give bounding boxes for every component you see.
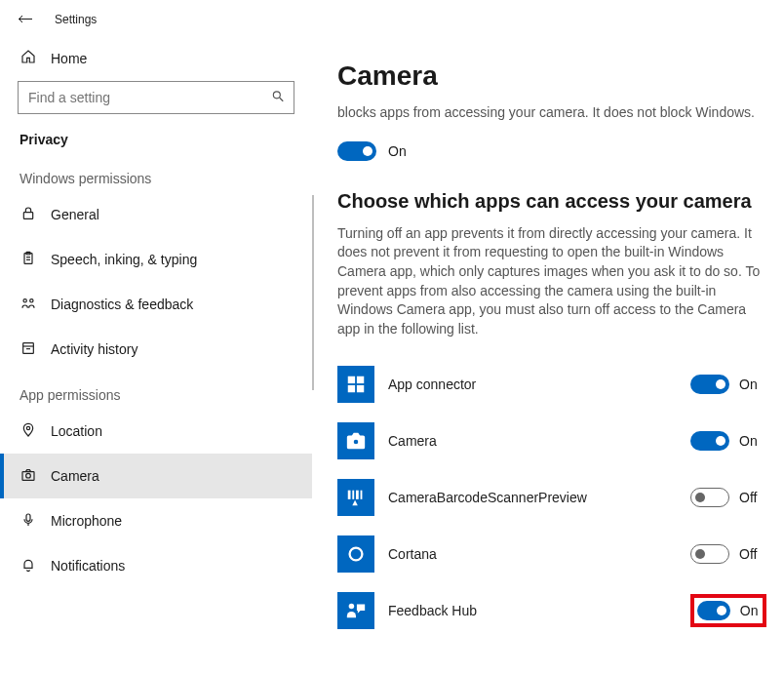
svg-rect-15 <box>26 514 30 521</box>
sidebar-item-speech[interactable]: Speech, inking, & typing <box>0 237 312 282</box>
app-list: App connectorOnCameraOnCameraBarcodeScan… <box>337 356 766 639</box>
sidebar-item-diagnostics[interactable]: Diagnostics & feedback <box>0 282 312 327</box>
app-row: Feedback HubOn <box>337 582 766 639</box>
search-input[interactable] <box>18 81 294 114</box>
app-toggle[interactable] <box>697 601 730 620</box>
sidebar-item-label: Speech, inking, & typing <box>51 252 197 267</box>
app-toggle-wrap: On <box>690 594 766 627</box>
sidebar-item-label: Activity history <box>51 341 137 357</box>
feedback-icon <box>20 296 37 314</box>
sidebar-item-camera[interactable]: Camera <box>0 454 312 498</box>
page-title: Camera <box>337 60 766 92</box>
svg-rect-24 <box>352 491 354 499</box>
sidebar-item-label: General <box>51 207 99 222</box>
svg-rect-20 <box>357 385 364 392</box>
master-toggle[interactable] <box>337 141 376 161</box>
app-name-label: Camera <box>388 433 677 449</box>
page-description: blocks apps from accessing your camera. … <box>337 103 757 122</box>
app-toggle[interactable] <box>690 488 729 507</box>
app-name-label: App connector <box>388 377 677 392</box>
lock-icon <box>20 206 37 224</box>
app-toggle[interactable] <box>690 431 729 451</box>
camera-icon <box>20 467 37 486</box>
back-icon[interactable]: 🡐 <box>18 11 33 28</box>
location-icon <box>20 422 37 441</box>
svg-rect-17 <box>348 377 355 383</box>
app-toggle-wrap: On <box>690 431 766 451</box>
sidebar-item-notifications[interactable]: Notifications <box>0 543 312 588</box>
svg-rect-18 <box>357 377 364 383</box>
app-toggle-wrap: Off <box>690 488 766 507</box>
titlebar: 🡐 Settings <box>0 0 784 39</box>
sidebar-item-microphone[interactable]: Microphone <box>0 498 312 543</box>
svg-point-27 <box>350 548 363 561</box>
nav-home-label: Home <box>51 51 87 66</box>
svg-rect-9 <box>23 342 34 353</box>
svg-point-14 <box>26 473 31 478</box>
sidebar-item-label: Notifications <box>51 558 125 574</box>
app-toggle-state: On <box>739 433 763 449</box>
sidebar-item-label: Location <box>51 423 102 439</box>
app-name-label: CameraBarcodeScannerPreview <box>388 490 677 505</box>
sidebar-item-label: Microphone <box>51 513 122 529</box>
app-row: CortanaOff <box>337 526 766 582</box>
app-icon <box>337 422 374 459</box>
main-content: Camera blocks apps from accessing your c… <box>312 39 784 674</box>
app-toggle-state: On <box>739 377 763 392</box>
svg-rect-26 <box>361 491 363 499</box>
app-icon <box>337 592 374 629</box>
app-icon <box>337 479 374 516</box>
app-toggle-state: On <box>740 603 760 618</box>
sidebar-item-label: Diagnostics & feedback <box>51 297 193 312</box>
sidebar-item-activity[interactable]: Activity history <box>0 327 312 372</box>
svg-rect-25 <box>356 491 359 499</box>
svg-point-8 <box>30 298 33 301</box>
svg-point-28 <box>349 604 355 610</box>
app-row: App connectorOn <box>337 356 766 413</box>
sidebar-item-location[interactable]: Location <box>0 409 312 454</box>
app-toggle-wrap: On <box>690 375 766 394</box>
app-toggle-state: Off <box>739 490 763 505</box>
sidebar: Home Privacy Windows permissions General… <box>0 39 312 674</box>
clipboard-icon <box>20 251 37 269</box>
sidebar-item-general[interactable]: General <box>0 192 312 237</box>
section-description: Turning off an app prevents it from dire… <box>337 224 766 339</box>
app-row: CameraOn <box>337 413 766 469</box>
sidebar-header-app-permissions: App permissions <box>0 372 312 409</box>
svg-rect-23 <box>348 491 351 499</box>
app-toggle[interactable] <box>690 375 729 394</box>
app-icon <box>337 366 374 403</box>
svg-rect-19 <box>348 385 355 392</box>
app-name-label: Feedback Hub <box>388 603 677 618</box>
mic-icon <box>20 512 37 531</box>
app-toggle-state: Off <box>739 546 763 562</box>
svg-point-12 <box>26 426 29 429</box>
sidebar-category-privacy: Privacy <box>0 126 312 155</box>
sidebar-item-label: Camera <box>51 468 99 484</box>
search-wrap <box>18 81 294 114</box>
home-icon <box>20 49 37 67</box>
sidebar-header-windows-permissions: Windows permissions <box>0 155 312 192</box>
bell-icon <box>20 557 37 575</box>
history-icon <box>20 340 37 359</box>
master-toggle-row: On <box>337 141 766 161</box>
app-toggle-wrap: Off <box>690 544 766 564</box>
nav-home[interactable]: Home <box>0 39 312 77</box>
master-toggle-state: On <box>388 143 407 159</box>
svg-rect-2 <box>23 212 32 218</box>
app-row: CameraBarcodeScannerPreviewOff <box>337 469 766 526</box>
app-toggle[interactable] <box>690 544 729 564</box>
titlebar-label: Settings <box>55 13 97 26</box>
section-title: Choose which apps can access your camera <box>337 190 766 213</box>
app-icon <box>337 535 374 573</box>
app-name-label: Cortana <box>388 546 677 562</box>
svg-point-22 <box>353 439 359 445</box>
svg-point-7 <box>23 298 26 301</box>
